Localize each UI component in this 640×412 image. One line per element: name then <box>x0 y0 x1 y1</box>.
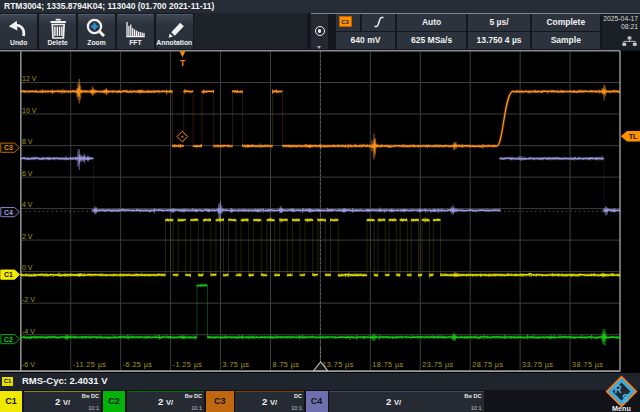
svg-text:4 V: 4 V <box>22 201 33 208</box>
svg-text:6 V: 6 V <box>22 170 33 177</box>
svg-text:38.75 µs: 38.75 µs <box>572 360 603 369</box>
svg-text:T: T <box>180 58 186 68</box>
svg-text:23.75 µs: 23.75 µs <box>422 360 453 369</box>
svg-text:12 V: 12 V <box>22 75 37 82</box>
svg-text:S: S <box>622 393 629 404</box>
svg-text:13.75 µs: 13.75 µs <box>322 360 353 369</box>
svg-text:-6 V: -6 V <box>22 361 35 368</box>
svg-text:10 V: 10 V <box>22 107 37 114</box>
svg-text:2 V: 2 V <box>22 233 33 240</box>
svg-text:C3: C3 <box>4 144 13 151</box>
svg-text:-1.25 µs: -1.25 µs <box>173 360 203 369</box>
svg-text:8 V: 8 V <box>22 138 33 145</box>
svg-text:C2: C2 <box>4 336 13 343</box>
svg-text:0 V: 0 V <box>22 264 33 271</box>
svg-text:33.75 µs: 33.75 µs <box>522 360 553 369</box>
svg-text:-2 V: -2 V <box>22 296 35 303</box>
svg-text:3.75 µs: 3.75 µs <box>223 360 250 369</box>
svg-text:-6.25 µs: -6.25 µs <box>123 360 153 369</box>
svg-text:C1: C1 <box>4 271 13 278</box>
svg-text:8.75 µs: 8.75 µs <box>273 360 300 369</box>
svg-text:TL: TL <box>629 133 638 140</box>
svg-text:28.75 µs: 28.75 µs <box>472 360 503 369</box>
svg-text:C4: C4 <box>4 209 13 216</box>
svg-text:-11.25 µs: -11.25 µs <box>73 360 107 369</box>
svg-text:18.75 µs: 18.75 µs <box>372 360 403 369</box>
svg-text:-4 V: -4 V <box>22 328 35 335</box>
